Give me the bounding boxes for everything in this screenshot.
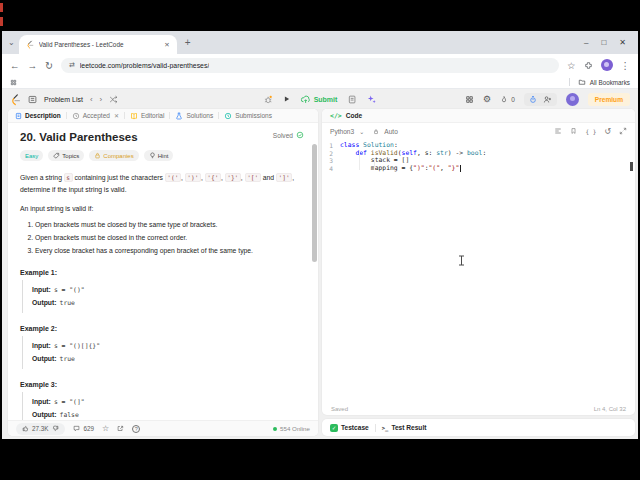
site-info-icon[interactable]: ⇄ xyxy=(69,61,75,69)
example-block: Input:s = "()[]{}" Output:true xyxy=(22,336,304,369)
reload-icon[interactable]: ↻ xyxy=(45,60,53,71)
window-minimize-button[interactable]: – xyxy=(584,38,588,47)
shuffle-icon[interactable] xyxy=(109,95,118,104)
prev-problem-icon[interactable]: ‹ xyxy=(90,95,93,104)
leetcode-page: Problem List ‹ › Submit xyxy=(2,89,638,439)
layout-icon[interactable] xyxy=(465,95,474,104)
bookmark-star-icon[interactable]: ☆ xyxy=(567,60,576,71)
leetcode-logo[interactable] xyxy=(10,93,21,106)
bookmarks-bar: All Bookmarks xyxy=(2,76,638,89)
rules-list: Open brackets must be closed by the same… xyxy=(23,221,304,254)
browser-profile-avatar[interactable] xyxy=(601,59,613,71)
scrollbar-thumb[interactable] xyxy=(312,144,317,262)
editorial-book-icon xyxy=(130,112,138,120)
comments-button[interactable]: 629 xyxy=(73,425,94,432)
share-button[interactable] xyxy=(117,425,124,432)
tab-testcase[interactable]: ✓ Testcase xyxy=(330,424,369,432)
back-icon[interactable]: ← xyxy=(10,60,20,71)
submit-button[interactable]: Submit xyxy=(301,95,338,104)
indent-guide xyxy=(359,150,360,170)
next-problem-icon[interactable]: › xyxy=(100,95,103,104)
example-block: Input:s = "(]" Output:false xyxy=(22,392,304,420)
difficulty-badge[interactable]: Easy xyxy=(20,150,43,161)
submissions-history-icon xyxy=(224,112,232,120)
tab-close-icon[interactable]: ✕ xyxy=(164,41,169,49)
inline-code: ')' xyxy=(185,173,201,182)
solutions-flask-icon xyxy=(175,112,183,120)
terminal-icon: >_ xyxy=(382,425,389,431)
accepted-history-icon xyxy=(72,112,80,120)
debugger-icon[interactable] xyxy=(264,95,273,104)
reset-code-icon[interactable]: ↺ xyxy=(604,127,611,136)
expand-icon[interactable] xyxy=(619,127,627,135)
premium-button[interactable]: Premium xyxy=(588,93,630,106)
tab-submissions[interactable]: Submissions xyxy=(224,112,272,120)
browser-window: ⌄ Valid Parentheses - LeetCode ✕ + – □ ✕… xyxy=(2,31,638,439)
user-avatar[interactable] xyxy=(566,93,579,106)
auto-toggle[interactable]: Auto xyxy=(384,128,398,135)
session-pill xyxy=(524,93,557,106)
indent-guide xyxy=(374,158,375,170)
streak-flame-icon[interactable] xyxy=(500,95,508,104)
favorite-button[interactable]: ☆ xyxy=(102,424,109,433)
language-selector[interactable]: Python3 xyxy=(330,128,354,135)
window-close-button[interactable]: ✕ xyxy=(619,38,626,47)
forward-icon[interactable]: → xyxy=(28,60,38,71)
tab-description[interactable]: Description xyxy=(15,112,61,120)
companies-tag[interactable]: Companies xyxy=(89,150,138,161)
editor-toolbar: Python3 ⌄ Auto { } ↺ xyxy=(322,123,635,139)
accepted-close-icon[interactable]: ✕ xyxy=(114,112,119,119)
notes-icon[interactable] xyxy=(347,95,356,104)
apps-grid-icon[interactable] xyxy=(10,79,17,86)
run-icon[interactable] xyxy=(283,95,291,103)
problem-description: Given a string s containing just the cha… xyxy=(20,172,304,196)
tab-test-result[interactable]: >_ Test Result xyxy=(382,424,427,431)
window-maximize-button[interactable]: □ xyxy=(601,38,606,47)
code-panel: </> Code Python3 ⌄ Auto { } xyxy=(322,109,635,415)
timer-icon[interactable] xyxy=(529,95,537,104)
format-icon[interactable] xyxy=(554,127,562,135)
thumbs-up-icon xyxy=(22,425,29,432)
example-input-value: s = "()" xyxy=(54,286,85,294)
comment-icon xyxy=(73,425,80,432)
testcase-check-icon: ✓ xyxy=(330,424,338,432)
tab-solutions[interactable]: Solutions xyxy=(175,112,213,120)
examples-section: Example 1: Input:s = "()" Output:true Ex… xyxy=(20,269,304,420)
bookmark-icon[interactable] xyxy=(570,127,577,135)
dislike-button[interactable] xyxy=(52,425,59,432)
leetcode-navbar: Problem List ‹ › Submit xyxy=(2,89,638,109)
inline-code: '}' xyxy=(225,173,241,182)
help-button[interactable]: ? xyxy=(132,425,140,433)
extensions-icon[interactable] xyxy=(584,61,593,70)
hint-tag[interactable]: Hint xyxy=(144,150,174,161)
brackets-icon[interactable]: { } xyxy=(585,128,596,135)
problem-list-icon[interactable] xyxy=(28,95,37,104)
new-tab-button[interactable]: + xyxy=(185,37,191,48)
text-caret xyxy=(460,165,462,172)
tab-accepted[interactable]: Accepted ✕ xyxy=(72,112,119,120)
all-bookmarks-button[interactable]: All Bookmarks xyxy=(569,78,630,86)
mouse-cursor-ibeam xyxy=(458,255,465,266)
auto-lock-icon xyxy=(373,128,379,135)
cloud-upload-icon xyxy=(301,95,311,104)
like-button[interactable]: 27.3K xyxy=(22,425,48,432)
example-input-value: s = "()[]{}" xyxy=(54,342,100,350)
tab-editorial[interactable]: Editorial xyxy=(130,112,164,120)
ai-sparkle-icon[interactable] xyxy=(366,94,376,104)
browser-tab[interactable]: Valid Parentheses - LeetCode ✕ xyxy=(19,35,177,54)
panel-scrollbar xyxy=(312,139,317,402)
code-panel-title: Code xyxy=(346,112,362,119)
lock-icon xyxy=(94,152,101,159)
problem-list-label[interactable]: Problem List xyxy=(44,96,83,103)
collaborate-user-icon[interactable] xyxy=(543,95,552,104)
address-bar[interactable]: ⇄ leetcode.com/problems/valid-parenthese… xyxy=(61,58,559,73)
online-dot-icon xyxy=(273,427,277,431)
topics-tag[interactable]: Topics xyxy=(48,150,84,161)
inline-code: ']' xyxy=(276,173,292,182)
settings-gear-icon[interactable]: ⚙ xyxy=(483,94,491,104)
example-output-value: true xyxy=(60,355,75,363)
code-editor[interactable]: 1class Solution:2 def isValid(self, s: s… xyxy=(322,139,635,402)
browser-menu-icon[interactable]: ⋮ xyxy=(621,60,631,71)
code-tag-icon: </> xyxy=(330,112,342,120)
tab-search-icon[interactable]: ⌄ xyxy=(8,38,15,47)
